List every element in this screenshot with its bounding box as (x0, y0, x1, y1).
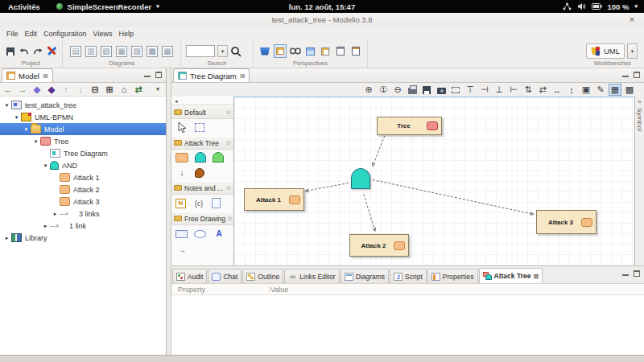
redo-icon[interactable] (32, 44, 43, 58)
palette-tool-constraint[interactable]: {c} (192, 197, 205, 209)
maximize-view-icon[interactable] (155, 72, 162, 78)
same-width-icon[interactable]: ↔ (551, 84, 564, 96)
and-gate-node[interactable] (351, 168, 370, 189)
zoom-actual-icon[interactable]: ① (377, 84, 390, 96)
symbol-expand-icon[interactable]: « (638, 98, 641, 105)
diagram-node-attack-3[interactable]: Attack 3 (536, 210, 597, 234)
bottom-tab-chat[interactable]: Chat (208, 269, 242, 283)
view-menu-icon[interactable]: ▾ (152, 86, 163, 93)
center-h-icon[interactable]: ⇄ (536, 84, 549, 96)
tab-model[interactable]: Model ⊠ (2, 68, 53, 82)
bottom-tab-links-editor[interactable]: ∞Links Editor (284, 269, 339, 283)
tree-check-perspective-icon[interactable] (320, 44, 332, 58)
related2-icon[interactable]: ◆ (46, 84, 57, 95)
expander-open-icon[interactable]: ▾ (31, 138, 40, 145)
palette-tool-blob[interactable] (195, 168, 204, 178)
bottom-tab-outline[interactable]: Outline (242, 269, 283, 283)
bottom-minimize-icon[interactable] (622, 270, 629, 277)
bottom-tab-diagrams[interactable]: Diagrams (341, 269, 389, 283)
tree-item-attack-1[interactable]: Attack 1 (0, 171, 166, 183)
model-perspective-icon[interactable] (258, 44, 271, 58)
print-icon[interactable] (406, 84, 419, 96)
configuration-icon[interactable] (46, 44, 57, 58)
link-view-icon[interactable]: ⊞ (104, 84, 115, 95)
palette-tool-note[interactable]: N (175, 199, 186, 208)
workbench-button[interactable]: UML (586, 43, 625, 59)
grid-perspective-icon[interactable] (304, 44, 317, 58)
dependency-arrow[interactable] (305, 183, 349, 191)
menu-file[interactable]: File (3, 28, 22, 39)
forward-icon[interactable]: → (17, 84, 28, 94)
diagram-type-icon-1[interactable]: ▤ (70, 46, 81, 57)
diagram-type-icon-5[interactable]: ▨ (131, 46, 142, 57)
style-icon[interactable]: ✎ (594, 84, 607, 96)
zoom-out-icon[interactable]: ⊖ (391, 84, 404, 96)
search-icon[interactable] (230, 46, 242, 57)
tree-item-3-links[interactable]: ▸--->3 links (0, 208, 166, 220)
tree-item-tree-diagram[interactable]: Tree Diagram (0, 147, 166, 159)
palette-tool-attack-rect[interactable] (175, 153, 188, 162)
diagram-type-icon-7[interactable]: ▦ (162, 46, 173, 57)
column-value[interactable]: Value (264, 286, 288, 294)
align-top-icon[interactable]: ⊤ (464, 84, 477, 96)
palette-tool-rect[interactable] (175, 230, 188, 238)
calendar-perspective-icon[interactable] (349, 44, 362, 58)
tree-item-model[interactable]: ▾Model (0, 123, 166, 135)
home-icon[interactable]: ⌂ (118, 84, 130, 94)
save-diagram-icon[interactable] (420, 84, 433, 96)
bottom-tab-attack-tree[interactable]: Attack Tree⊠ (479, 268, 543, 283)
bottom-maximize-icon[interactable] (634, 270, 640, 277)
tree-item-1-link[interactable]: ▸--->1 link (0, 220, 166, 232)
bottom-tab-audit[interactable]: Audit (172, 269, 207, 283)
window-close-button[interactable]: × (626, 13, 638, 27)
tree-item-attack-3[interactable]: Attack 3 (0, 195, 166, 208)
grid-icon[interactable]: ▦ (609, 84, 621, 96)
palette-tool-document[interactable] (212, 198, 221, 208)
undo-icon[interactable] (19, 44, 30, 58)
links-perspective-icon[interactable] (289, 44, 302, 58)
diagram-node-attack-1[interactable]: Attack 1 (244, 188, 304, 211)
palette-section-default[interactable]: Default⊙ (171, 105, 233, 119)
down-icon[interactable]: ↓ (75, 84, 86, 94)
symbol-panel-tab[interactable]: « Symbol (634, 97, 644, 265)
palette-section-free-drawing[interactable]: Free Drawing⊙ (171, 212, 233, 225)
palette-tool-cursor[interactable] (175, 121, 188, 134)
same-height-icon[interactable]: ↕ (565, 84, 578, 96)
expander-closed-icon[interactable]: ▸ (2, 235, 11, 241)
diagram-type-icon-3[interactable]: ▧ (101, 46, 112, 57)
model-tab-close-icon[interactable]: ⊠ (43, 72, 48, 80)
diagram-type-icon-2[interactable]: ▥ (85, 46, 97, 57)
align-right-icon[interactable]: ⊢ (507, 84, 520, 96)
diagram-minimize-icon[interactable] (622, 72, 629, 78)
diagram-canvas[interactable]: TreeAttack 1Attack 2Attack 3 (234, 97, 634, 265)
save-icon[interactable] (5, 44, 16, 58)
bottom-tab-close-icon[interactable]: ⊠ (533, 273, 539, 280)
battery-percentage[interactable]: 100 % (608, 2, 630, 11)
zoom-select-icon[interactable] (449, 84, 462, 96)
frame-icon[interactable]: ▣ (580, 84, 592, 96)
back-icon[interactable]: ← (2, 84, 14, 94)
tree-item-test-attack-tree[interactable]: ▾test_attack_tree (0, 99, 166, 111)
grid-snap-icon[interactable]: ▩ (623, 84, 636, 96)
palette-collapse-icon[interactable]: ◂ (171, 97, 233, 105)
explorer-perspective-icon[interactable] (274, 44, 287, 58)
dependency-arrow[interactable] (373, 180, 534, 215)
dependency-arrow[interactable] (364, 194, 375, 231)
bottom-tab-script[interactable]: JScript (390, 269, 427, 283)
expander-open-icon[interactable]: ▾ (41, 162, 50, 169)
tree-item-and[interactable]: ▾AND (0, 159, 166, 171)
expander-open-icon[interactable]: ▾ (22, 126, 31, 133)
center-v-icon[interactable]: ⇅ (522, 84, 535, 96)
expander-open-icon[interactable]: ▾ (2, 102, 11, 109)
palette-tool-or-arch[interactable] (213, 152, 224, 162)
minimize-view-icon[interactable] (144, 72, 151, 78)
tree-item-library[interactable]: ▸Library (0, 232, 166, 244)
diagram-maximize-icon[interactable] (634, 72, 640, 78)
related-icon[interactable]: ◆ (31, 84, 43, 95)
tree-item-tree[interactable]: ▾Tree (0, 135, 166, 147)
clock[interactable]: lun. 12 août, 15:47 (0, 2, 644, 11)
menu-configuration[interactable]: Configuration (40, 28, 90, 39)
diagram-type-icon-6[interactable]: ▩ (147, 46, 158, 57)
zoom-in-icon[interactable]: ⊕ (362, 84, 375, 96)
workbench-dropdown[interactable]: ▾ (627, 43, 638, 59)
